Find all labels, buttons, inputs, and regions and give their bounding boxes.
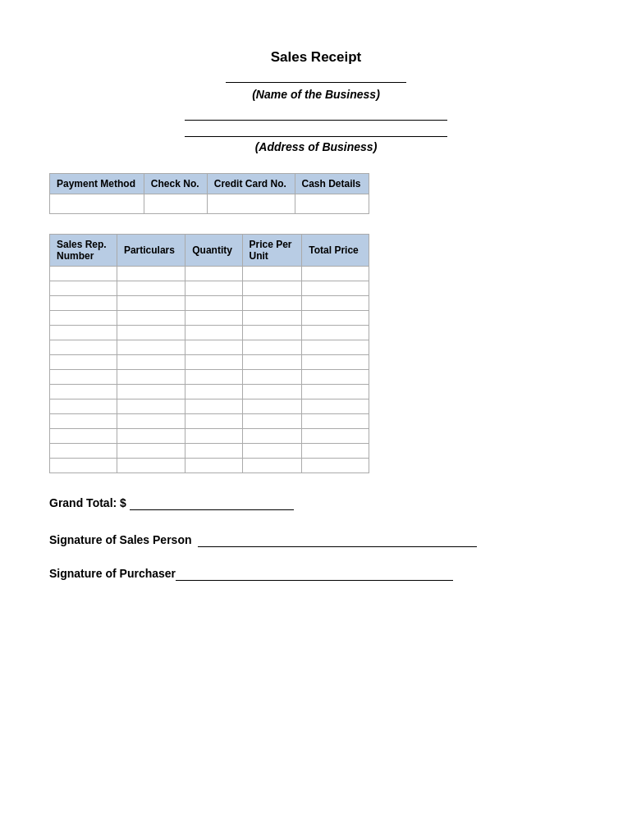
table-cell[interactable] [242,385,302,399]
grand-total-prefix: $ [120,496,126,509]
table-cell[interactable] [185,444,242,459]
cash-details-cell[interactable] [295,194,369,214]
main-title: Sales Receipt [49,49,583,66]
table-row [50,281,369,296]
credit-card-no-cell[interactable] [207,194,295,214]
table-cell[interactable] [302,399,369,414]
cash-details-header: Cash Details [295,174,369,194]
table-cell[interactable] [117,281,185,296]
title-section: Sales Receipt (Name of the Business) (Ad… [49,49,583,153]
payment-row [50,194,369,214]
table-cell[interactable] [302,370,369,385]
signature-purchaser-blank[interactable] [176,567,453,581]
table-row [50,444,369,459]
table-row [50,326,369,340]
table-cell[interactable] [117,399,185,414]
table-cell[interactable] [117,370,185,385]
signature-purchaser-label: Signature of Purchaser [49,567,176,580]
table-cell[interactable] [242,281,302,296]
table-cell[interactable] [242,296,302,311]
table-cell[interactable] [185,414,242,429]
table-cell[interactable] [302,444,369,459]
table-cell[interactable] [50,326,117,340]
table-cell[interactable] [302,340,369,355]
table-cell[interactable] [302,281,369,296]
table-cell[interactable] [185,267,242,281]
table-cell[interactable] [117,340,185,355]
table-cell[interactable] [242,414,302,429]
table-cell[interactable] [185,296,242,311]
table-cell[interactable] [242,340,302,355]
table-row [50,311,369,326]
business-name-line [226,80,406,83]
table-cell[interactable] [50,296,117,311]
table-cell[interactable] [242,459,302,473]
table-cell[interactable] [242,355,302,370]
signature-sales-blank[interactable] [198,533,477,547]
table-cell[interactable] [302,296,369,311]
particulars-header: Particulars [117,235,185,267]
table-cell[interactable] [50,311,117,326]
table-cell[interactable] [242,326,302,340]
table-cell[interactable] [185,429,242,444]
address-line-2 [185,124,447,137]
table-cell[interactable] [185,355,242,370]
table-cell[interactable] [117,311,185,326]
table-cell[interactable] [302,267,369,281]
table-cell[interactable] [117,385,185,399]
table-cell[interactable] [117,444,185,459]
table-cell[interactable] [50,399,117,414]
table-cell[interactable] [185,370,242,385]
table-cell[interactable] [50,281,117,296]
table-cell[interactable] [302,311,369,326]
table-cell[interactable] [50,370,117,385]
table-cell[interactable] [117,355,185,370]
table-row [50,267,369,281]
table-cell[interactable] [242,429,302,444]
table-cell[interactable] [117,296,185,311]
table-cell[interactable] [185,326,242,340]
signature-sales-line: Signature of Sales Person [49,533,583,547]
table-cell[interactable] [50,414,117,429]
table-cell[interactable] [117,326,185,340]
table-row [50,296,369,311]
table-cell[interactable] [117,459,185,473]
payment-method-cell[interactable] [50,194,144,214]
table-cell[interactable] [50,444,117,459]
table-cell[interactable] [302,414,369,429]
table-cell[interactable] [302,385,369,399]
business-name-label: (Name of the Business) [49,88,583,101]
table-cell[interactable] [185,311,242,326]
table-cell[interactable] [117,267,185,281]
table-cell[interactable] [242,444,302,459]
table-cell[interactable] [185,385,242,399]
table-cell[interactable] [185,399,242,414]
table-cell[interactable] [302,326,369,340]
table-cell[interactable] [242,370,302,385]
grand-total-amount[interactable] [130,496,294,510]
check-no-cell[interactable] [144,194,207,214]
table-cell[interactable] [117,414,185,429]
table-cell[interactable] [242,311,302,326]
table-cell[interactable] [242,399,302,414]
table-cell[interactable] [185,340,242,355]
table-cell[interactable] [50,267,117,281]
table-cell[interactable] [50,385,117,399]
table-cell[interactable] [50,340,117,355]
table-cell[interactable] [50,355,117,370]
table-cell[interactable] [242,267,302,281]
table-cell[interactable] [117,429,185,444]
table-cell[interactable] [302,355,369,370]
credit-card-no-header: Credit Card No. [207,174,295,194]
grand-total-line: Grand Total: $ [49,496,583,510]
table-cell[interactable] [302,429,369,444]
items-table: Sales Rep.Number Particulars Quantity Pr… [49,234,369,473]
table-cell[interactable] [185,459,242,473]
signature-purchaser-line: Signature of Purchaser [49,567,583,581]
quantity-header: Quantity [185,235,242,267]
page: Sales Receipt (Name of the Business) (Ad… [0,0,632,840]
table-cell[interactable] [185,281,242,296]
table-cell[interactable] [50,459,117,473]
table-cell[interactable] [50,429,117,444]
table-cell[interactable] [302,459,369,473]
